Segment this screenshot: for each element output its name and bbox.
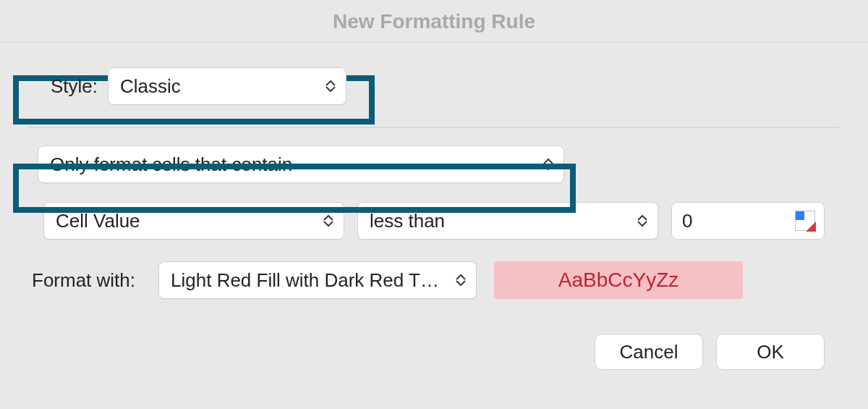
condition-field-value: Cell Value xyxy=(56,210,140,232)
style-row: Style: Classic xyxy=(22,62,357,111)
style-select-value: Classic xyxy=(120,75,181,98)
style-label: Style: xyxy=(51,75,98,98)
cancel-button[interactable]: Cancel xyxy=(595,334,703,370)
condition-operator-select[interactable]: less than xyxy=(357,202,658,240)
ok-button[interactable]: OK xyxy=(716,334,825,370)
range-picker-icon[interactable] xyxy=(795,211,815,231)
rule-type-row: Only format cells that contain xyxy=(29,146,839,183)
format-with-select-value: Light Red Fill with Dark Red T… xyxy=(171,269,439,292)
format-preview: AaBbCcYyZz xyxy=(494,261,743,299)
updown-icon xyxy=(322,215,335,227)
updown-icon xyxy=(636,215,649,227)
format-row: Format with: Light Red Fill with Dark Re… xyxy=(32,261,839,299)
updown-icon xyxy=(324,80,337,92)
condition-value-field[interactable]: 0 xyxy=(671,202,825,240)
format-with-select[interactable]: Light Red Fill with Dark Red T… xyxy=(158,261,477,299)
condition-row: Cell Value less than 0 xyxy=(43,202,839,240)
ok-button-label: OK xyxy=(757,341,784,363)
condition-value-text: 0 xyxy=(682,210,692,232)
format-with-label: Format with: xyxy=(32,269,135,292)
rule-type-select[interactable]: Only format cells that contain xyxy=(38,146,564,183)
condition-field-select[interactable]: Cell Value xyxy=(43,202,344,240)
updown-icon xyxy=(454,274,467,286)
divider xyxy=(29,127,839,128)
dialog-buttons: Cancel OK xyxy=(29,334,839,370)
new-formatting-rule-dialog: New Formatting Rule Style: Classic Only … xyxy=(0,0,868,409)
rule-type-select-value: Only format cells that contain xyxy=(50,153,292,176)
cancel-button-label: Cancel xyxy=(620,341,678,363)
style-select[interactable]: Classic xyxy=(108,67,346,105)
dialog-title: New Formatting Rule xyxy=(0,0,868,43)
updown-icon xyxy=(542,159,555,170)
dialog-content: Style: Classic Only format cells that co… xyxy=(0,43,868,370)
format-preview-text: AaBbCcYyZz xyxy=(558,269,679,292)
condition-operator-value: less than xyxy=(370,210,445,232)
